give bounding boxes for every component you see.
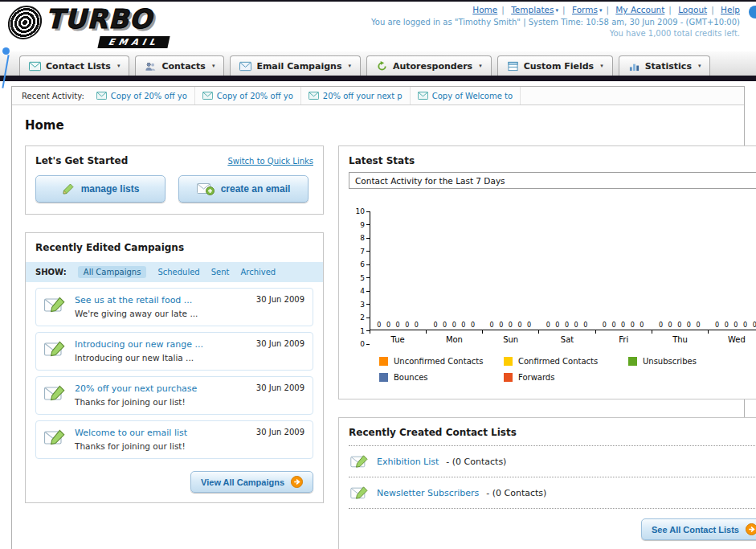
link-logout[interactable]: Logout: [678, 5, 707, 14]
campaign-date: 30 Jun 2009: [256, 295, 304, 304]
switch-quick-links-link[interactable]: Switch to Quick Links: [227, 157, 313, 166]
legend-item: Forwards: [504, 373, 628, 382]
header-links: Home Templates▾ Forms▾ My Account Logout…: [371, 5, 740, 14]
campaign-row: 20% off your next purchase Thanks for jo…: [35, 376, 313, 415]
tab-custom-fields[interactable]: Custom Fields ▾: [497, 55, 613, 76]
app-window: TURBO EMAIL Home Templates▾ Forms▾ My Ac…: [0, 0, 756, 549]
tab-contact-lists[interactable]: Contact Lists ▾: [19, 55, 129, 76]
filter-archived[interactable]: Archived: [240, 268, 276, 277]
envelope-icon: [96, 92, 107, 100]
link-my-account[interactable]: My Account: [615, 5, 664, 14]
campaign-row: See us at the retail food ... We're givi…: [35, 288, 313, 326]
create-email-button[interactable]: create an email: [178, 175, 309, 203]
get-started-panel: Let's Get Started Switch to Quick Links …: [25, 145, 324, 215]
statistics-icon: [628, 61, 640, 72]
envelope-pencil-icon: [44, 296, 67, 313]
notification-bubble: [749, 6, 756, 18]
envelope-pencil-icon: [44, 340, 67, 358]
recent-campaigns-panel: Recently Edited Campaigns SHOW: All Camp…: [25, 232, 324, 503]
envelope-icon: [309, 92, 319, 100]
tab-label: Contacts: [161, 61, 205, 72]
envelope-pencil-icon: [350, 454, 370, 469]
contact-activity-chart: 109876543210 0 0 0 0 00 0 0 0 00 0 0 0 0…: [350, 211, 756, 389]
content-frame: Recent Activity: Copy of 20% off yo Copy…: [11, 86, 745, 549]
campaign-title-link[interactable]: See us at the retail food ...: [75, 295, 239, 305]
tab-label: Statistics: [645, 61, 692, 72]
tab-label: Contact Lists: [46, 61, 111, 72]
envelope-pencil-icon: [44, 384, 67, 402]
link-forms[interactable]: Forms: [572, 5, 598, 14]
activity-item-label: Copy of Welcome to: [432, 92, 513, 100]
chevron-down-icon: ▾: [599, 7, 603, 14]
chart-values-row: 0 0 0 0 00 0 0 0 00 0 0 0 00 0 0 0 00 0 …: [370, 322, 756, 329]
campaign-subtitle: Thanks for joining our list!: [75, 441, 239, 451]
link-templates[interactable]: Templates: [511, 5, 554, 14]
latest-stats-title: Latest Stats: [349, 155, 415, 166]
tab-label: Email Campaigns: [256, 61, 341, 72]
chevron-down-icon: ▾: [117, 63, 121, 69]
campaign-subtitle: Introducing our new Italia ...: [75, 353, 239, 363]
recent-contact-lists-title: Recently Created Contact Lists: [349, 427, 517, 438]
recent-activity-label: Recent Activity:: [22, 92, 84, 100]
turbo-email-logo: TURBO EMAIL: [8, 6, 169, 48]
view-all-campaigns-label: View All Campaigns: [201, 477, 284, 487]
recent-activity-item[interactable]: Copy of 20% off yo: [195, 87, 301, 104]
legend-item: Bounces: [379, 373, 504, 382]
campaign-title-link[interactable]: Welcome to our email list: [75, 428, 239, 438]
tab-email-campaigns[interactable]: Email Campaigns ▾: [230, 55, 361, 76]
recent-activity-item[interactable]: Copy of Welcome to: [411, 87, 521, 104]
envelope-pencil-icon: [350, 485, 370, 500]
logo-word-email: EMAIL: [97, 36, 170, 48]
arrow-circle-icon: [746, 523, 756, 535]
campaign-title-link[interactable]: 20% off your next purchase: [75, 383, 239, 394]
tab-contacts[interactable]: Contacts ▾: [135, 55, 224, 76]
chart-legend: Unconfirmed ContactsConfirmed ContactsUn…: [379, 357, 756, 389]
autoresponders-icon: [376, 61, 388, 72]
contact-list-link[interactable]: Exhibition List: [377, 457, 439, 467]
contact-list-count: - (0 Contacts): [446, 457, 506, 467]
main-content: Home Let's Get Started Switch to Quick L…: [12, 105, 744, 549]
logo-text: TURBO EMAIL: [46, 6, 169, 48]
tab-autoresponders[interactable]: Autoresponders ▾: [366, 55, 492, 76]
manage-lists-button[interactable]: manage lists: [35, 175, 166, 203]
chevron-down-icon: ▾: [698, 63, 701, 69]
filter-sent[interactable]: Sent: [211, 268, 230, 277]
campaign-row: Introducing our new range ... Introducin…: [35, 332, 313, 371]
chevron-down-icon: ▾: [479, 63, 482, 69]
manage-lists-label: manage lists: [81, 183, 140, 195]
campaign-title-link[interactable]: Introducing our new range ...: [75, 339, 239, 350]
tab-statistics[interactable]: Statistics ▾: [619, 55, 711, 76]
stats-period-value: Contact Activity for the Last 7 Days: [355, 176, 505, 186]
contact-list-row: Newsletter Subscribers - (0 Contacts): [349, 477, 756, 509]
header-right: Home Templates▾ Forms▾ My Account Logout…: [371, 5, 740, 38]
chevron-down-icon: ▾: [348, 63, 351, 69]
chart-plot-area: 0 0 0 0 00 0 0 0 00 0 0 0 00 0 0 0 00 0 …: [370, 211, 756, 330]
contact-list-link[interactable]: Newsletter Subscribers: [377, 488, 479, 498]
activity-item-label: Copy of 20% off yo: [111, 92, 187, 100]
recent-activity-item[interactable]: Copy of 20% off yo: [89, 87, 195, 104]
view-all-campaigns-button[interactable]: View All Campaigns: [190, 471, 313, 493]
stats-period-select[interactable]: Contact Activity for the Last 7 Days ▼: [349, 172, 756, 189]
envelope-plus-icon: [197, 182, 215, 195]
recent-campaigns-title: Recently Edited Campaigns: [35, 242, 184, 253]
link-help[interactable]: Help: [721, 5, 740, 14]
campaign-date: 30 Jun 2009: [256, 428, 304, 436]
campaign-date: 30 Jun 2009: [256, 339, 304, 348]
legend-item: Confirmed Contacts: [504, 357, 628, 366]
chevron-down-icon: ▾: [600, 63, 603, 69]
recent-activity-item[interactable]: 20% off your next p: [301, 87, 411, 104]
arrow-circle-icon: [291, 476, 303, 488]
recent-activity-bar: Recent Activity: Copy of 20% off yo Copy…: [12, 87, 744, 105]
logo-swirl-icon: [6, 6, 43, 39]
filter-all-campaigns[interactable]: All Campaigns: [78, 266, 147, 278]
filter-scheduled[interactable]: Scheduled: [157, 268, 199, 277]
legend-item: Unsubscribes: [628, 357, 753, 366]
link-home[interactable]: Home: [472, 5, 497, 14]
campaign-subtitle: We're giving away our late ...: [75, 309, 239, 318]
page-title: Home: [25, 118, 731, 133]
see-all-contact-lists-button[interactable]: See All Contact Lists: [641, 518, 756, 540]
envelope-pencil-icon: [44, 428, 67, 446]
chevron-down-icon: ▾: [556, 7, 559, 14]
latest-stats-panel: Latest Stats Contact Activity for the La…: [338, 145, 756, 399]
contact-list-row: Exhibition List - (0 Contacts): [349, 446, 756, 477]
